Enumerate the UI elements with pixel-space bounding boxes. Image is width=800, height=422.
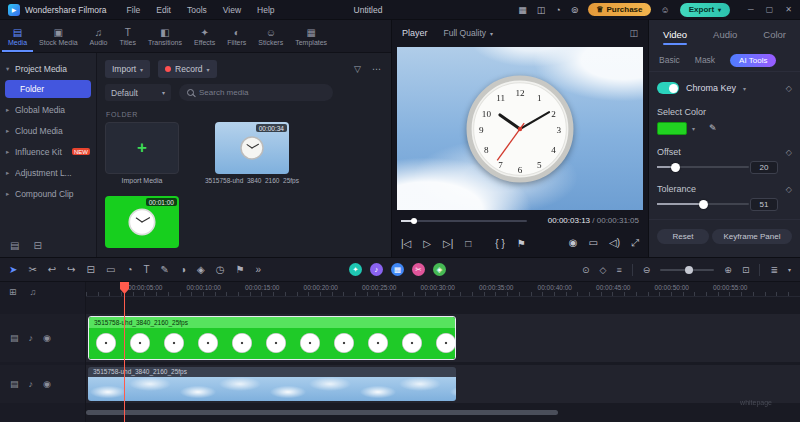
next-frame-button[interactable]: ▷| [443,238,453,249]
previous-frame-button[interactable]: |◁ [401,238,411,249]
chevron-down-icon[interactable]: ▾ [692,125,695,132]
new-folder-icon[interactable]: ▤ [10,240,19,251]
media-tab[interactable]: ▦ Templates [289,20,333,52]
zoom-slider[interactable] [660,269,714,271]
mark-in-out-button[interactable]: { } [495,238,504,249]
green-screen-timeline-clip[interactable]: 3515758-uhd_3840_2160_25fps [88,316,456,360]
timeline-tool-icon[interactable]: ✎ [161,264,169,275]
eyedropper-icon[interactable]: ✎ [709,123,717,133]
sidebar-item[interactable]: ▾ Project Media [0,58,96,79]
timeline-tool-icon[interactable]: T [143,264,149,275]
media-tab[interactable]: ♫ Audio [84,20,114,52]
scrubber-handle[interactable] [411,218,417,224]
menu-item[interactable]: File [127,5,141,15]
keyframe-icon[interactable]: ◇ [600,265,607,275]
media-tab[interactable]: ▣ Stock Media [33,20,84,52]
timeline-tool-icon[interactable]: ↩ [48,264,56,275]
tab-color[interactable]: Color [763,29,786,43]
timeline-tool-icon[interactable]: ↪ [67,264,75,275]
sidebar-item[interactable]: ▸ Global Media [0,99,96,120]
more-options-icon[interactable]: ⋯ [372,64,381,74]
search-box[interactable] [179,84,333,101]
timeline-tool-icon[interactable]: ⚑ [235,264,244,275]
volume-button[interactable]: ◁) [609,237,620,249]
ai-smart-cut-icon[interactable]: ✦ [349,263,362,276]
tolerance-slider[interactable] [657,203,749,205]
delete-icon[interactable]: ⊟ [33,240,41,251]
resources-icon[interactable]: ⊚ [571,5,579,15]
track-control-icon[interactable]: ◉ [43,379,51,389]
media-tab[interactable]: T Titles [114,20,142,52]
sort-dropdown[interactable]: Default ▾ [105,84,171,101]
fullscreen-button[interactable]: ⤢ [631,237,639,249]
import-button[interactable]: Import ▾ [105,60,150,78]
media-tab[interactable]: ▤ Media [2,20,33,52]
subtab-mask[interactable]: Mask [695,55,715,65]
snapshot-button[interactable]: ◉ [569,237,578,249]
snap-icon[interactable]: ⊙ [582,265,590,275]
zoom-out-icon[interactable]: ⊖ [643,265,651,275]
purchase-button[interactable]: ♕ Purchase [588,3,650,16]
keyframe-panel-button[interactable]: Keyframe Panel [712,229,792,244]
menu-item[interactable]: Edit [156,5,171,15]
timeline-tool-icon[interactable]: ✂ [28,264,36,275]
video-preview[interactable]: 1212 345 678 91011 [397,47,643,210]
chevron-down-icon[interactable]: ▾ [743,85,746,92]
media-clip-thumbnail[interactable]: 00:00:34 [215,122,289,174]
ai-mask-icon[interactable]: ◈ [433,263,446,276]
track-control-icon[interactable]: ▤ [10,333,19,343]
record-button[interactable]: Record ▾ [158,60,216,78]
media-tab[interactable]: ✦ Effects [188,20,221,52]
timeline-tool-icon[interactable]: ◔ [126,264,132,275]
ai-audio-icon[interactable]: ♪ [370,263,383,276]
track-control-icon[interactable]: ▤ [10,379,19,389]
player-panel-options-icon[interactable]: ◫ [629,28,638,38]
menu-item[interactable]: Tools [187,5,207,15]
menu-item[interactable]: View [223,5,241,15]
track-control-icon[interactable]: ◉ [43,333,51,343]
tolerance-value[interactable]: 51 [750,198,778,211]
sidebar-item[interactable]: Folder [5,80,91,98]
offset-slider[interactable] [657,166,749,168]
crop-view-button[interactable]: ▭ [589,237,598,249]
zoom-slider-handle[interactable] [685,266,693,274]
keyframe-diamond-icon[interactable]: ◇ [786,84,792,93]
sidebar-item[interactable]: ▸ Cloud Media [0,120,96,141]
slider-handle[interactable] [671,163,680,172]
slider-handle[interactable] [699,200,708,209]
timeline-tool-icon[interactable]: ⊟ [87,264,95,275]
sidebar-item[interactable]: ▸ Compound Clip [0,183,96,204]
subtab-ai-tools[interactable]: AI Tools [730,54,776,67]
marker-button[interactable]: ⚑ [517,238,526,249]
ai-template-icon[interactable]: ▦ [391,263,404,276]
display-icon[interactable]: ◫ [537,5,546,15]
timeline-tool-icon[interactable]: ◑ [180,264,186,275]
layout-icon[interactable]: ▦ [518,5,527,15]
maximize-button[interactable]: ▢ [766,5,774,14]
minimize-button[interactable]: ─ [748,5,754,14]
sidebar-item[interactable]: ▸ Influence Kit NEW [0,141,96,162]
horizontal-scrollbar[interactable] [86,410,558,415]
subtab-basic[interactable]: Basic [659,55,680,65]
add-video-track-icon[interactable]: ⊞ [9,287,17,297]
keyframe-diamond-icon[interactable]: ◇ [786,148,792,157]
play-button[interactable]: ▷ [423,238,431,249]
reset-button[interactable]: Reset [657,229,709,244]
sky-timeline-clip[interactable]: 3515758-uhd_3840_2160_25fps [88,367,456,401]
chroma-key-toggle[interactable] [657,82,679,94]
timeline-ruler[interactable]: 00:00:05:0000:00:10:0000:00:15:0000:00:2… [86,282,800,297]
quality-dropdown[interactable]: Full Quality ▾ [444,28,494,38]
track-control-icon[interactable]: ♪ [29,333,34,343]
timeline-tool-icon[interactable]: ➤ [9,264,17,275]
media-tab[interactable]: ☺ Stickers [252,20,289,52]
ai-scene-cut-icon[interactable]: ✂ [412,263,425,276]
timeline-tool-icon[interactable]: ◷ [216,264,225,275]
stop-button[interactable]: □ [465,238,471,249]
timeline-tool-icon[interactable]: ◈ [197,264,205,275]
timeline-tool-icon[interactable]: » [255,264,261,275]
media-tab[interactable]: ◧ Transitions [142,20,188,52]
green-screen-clip-thumbnail[interactable]: 00:01:00 [105,196,179,248]
timeline-tool-icon[interactable]: ▭ [106,264,115,275]
filter-icon[interactable]: ▽ [354,64,361,74]
search-input[interactable] [199,88,309,97]
